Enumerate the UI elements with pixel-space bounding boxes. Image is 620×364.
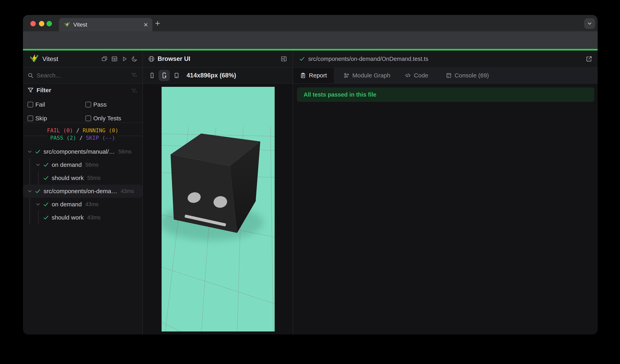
tree-test-row[interactable]: should work 43ms (23, 211, 142, 224)
tree-suite-row[interactable]: on demand 56ms (23, 158, 142, 171)
report-tabs: Report Module Graph Code (293, 68, 598, 84)
tab-code[interactable]: Code (405, 68, 428, 83)
pass-check-icon (35, 188, 41, 194)
file-header: src/components/on-demand/OnDemand.test.t… (293, 50, 598, 68)
device-toolbar: 414x896px (68%) (143, 68, 293, 84)
fail-checkbox[interactable] (28, 102, 33, 107)
browser-tab[interactable]: Vitest (59, 18, 152, 31)
chevron-down-icon[interactable] (35, 162, 41, 168)
filter-title: Filter (37, 87, 51, 94)
tab-module-graph-label: Module Graph (352, 72, 390, 79)
test-duration: 43ms (85, 201, 98, 207)
filter-section: Filter Fail Pass Skip Only Tests (23, 84, 142, 123)
pass-check-icon (35, 149, 41, 155)
fail-checkbox-label[interactable]: Fail (35, 102, 45, 107)
tree-test-row[interactable]: should work 55ms (23, 171, 142, 185)
tab-search-chevron-button[interactable] (584, 18, 595, 29)
pass-checkbox[interactable] (85, 102, 91, 107)
report-clipboard-icon (300, 73, 306, 78)
test-case-label[interactable]: should work (52, 175, 84, 181)
pass-check-icon (43, 201, 49, 207)
skip-checkbox-label[interactable]: Skip (35, 116, 47, 121)
test-tree: src/components/manual/… 56ms on demand 5… (23, 145, 142, 224)
tab-console[interactable]: Console (69) (446, 68, 489, 83)
vitest-favicon-icon (64, 22, 70, 28)
pass-check-icon (43, 162, 49, 168)
tree-file-row-selected[interactable]: src/components/on-dema… 43ms (23, 185, 142, 198)
tab-report-label: Report (309, 72, 327, 79)
dashboard-icon[interactable] (111, 56, 118, 62)
test-duration: 43ms (87, 215, 100, 221)
tablet-icon[interactable] (171, 70, 182, 81)
tests-passed-banner: All tests passed in this file (297, 87, 594, 102)
globe-icon (148, 56, 155, 62)
phone-icon[interactable] (146, 70, 158, 81)
test-file-label[interactable]: src/components/manual/… (44, 148, 115, 155)
filter-funnel-icon (27, 87, 34, 93)
tester-viewport[interactable] (162, 87, 275, 332)
phone-plus-icon[interactable] (159, 70, 170, 81)
search-input[interactable] (37, 72, 131, 79)
sidebar-header: Vitest (23, 50, 142, 68)
chevron-down-icon[interactable] (35, 201, 41, 207)
test-suite-label[interactable]: on demand (52, 201, 82, 208)
zoom-window-button[interactable] (46, 21, 52, 26)
minimize-window-button[interactable] (39, 21, 44, 26)
browser-ui-title: Browser UI (158, 55, 190, 62)
vitest-logo-icon (30, 54, 39, 63)
run-all-icon[interactable] (121, 56, 128, 62)
summary-line-pass-skip: PASS (2) / SKIP (--) (47, 134, 118, 141)
summary-line-fail-running: FAIL (0) / RUNNING (0) (44, 127, 121, 134)
pass-check-icon (299, 56, 305, 62)
pass-check-icon (43, 215, 49, 220)
code-icon (405, 72, 411, 79)
tab-report[interactable]: Report (293, 68, 334, 83)
tree-suite-row[interactable]: on demand 43ms (23, 198, 142, 211)
dock-right-icon[interactable] (281, 56, 287, 62)
skip-checkbox[interactable] (28, 116, 33, 121)
test-summary: FAIL (0) / RUNNING (0) PASS (2) / SKIP (… (23, 123, 142, 145)
tab-strip: Vitest (23, 15, 598, 31)
viewport-size-label: 414x896px (68%) (186, 72, 236, 79)
tab-code-label: Code (414, 72, 428, 79)
windows-icon[interactable] (101, 56, 108, 62)
open-external-icon[interactable] (586, 56, 592, 62)
pass-check-icon (43, 175, 49, 181)
sidebar: Vitest (23, 50, 143, 335)
tree-file-row[interactable]: src/components/manual/… 56ms (23, 145, 142, 158)
threejs-scene (162, 87, 275, 332)
test-duration: 56ms (85, 162, 98, 168)
clear-filter-icon[interactable] (131, 72, 138, 79)
browser-ui-header: Browser UI (143, 50, 293, 68)
theme-moon-icon[interactable] (131, 56, 138, 62)
open-file-path: src/components/on-demand/OnDemand.test.t… (308, 56, 428, 62)
test-duration: 56ms (118, 149, 132, 155)
close-window-button[interactable] (30, 21, 36, 26)
test-duration: 55ms (87, 175, 100, 181)
tab-module-graph[interactable]: Module Graph (343, 68, 390, 83)
app-title: Vitest (42, 55, 58, 63)
only-tests-checkbox-label[interactable]: Only Tests (93, 116, 121, 121)
test-suite-label[interactable]: on demand (52, 161, 82, 168)
console-icon (446, 73, 452, 78)
test-case-label[interactable]: should work (52, 214, 84, 221)
test-file-label[interactable]: src/components/on-dema… (44, 188, 117, 195)
new-tab-button[interactable] (155, 20, 161, 26)
close-tab-icon[interactable] (143, 22, 148, 27)
tab-console-label: Console (69) (455, 72, 489, 79)
browser-ui-panel: Browser UI 414x896px (68%) (143, 50, 293, 335)
chevron-down-icon[interactable] (27, 188, 33, 194)
vitest-accent-bar (23, 49, 598, 50)
browser-window: Vitest localhost:5173/#/?file=1828625563 (23, 15, 598, 335)
only-tests-checkbox[interactable] (85, 116, 91, 121)
chevron-down-icon[interactable] (27, 149, 33, 155)
browser-toolbar: localhost:5173/#/?file=1828625563 (23, 31, 598, 49)
tests-passed-text: All tests passed in this file (304, 91, 376, 98)
pass-checkbox-label[interactable]: Pass (93, 102, 107, 107)
clear-filter-icon[interactable] (131, 88, 138, 94)
report-panel: src/components/on-demand/OnDemand.test.t… (293, 50, 598, 335)
tab-title: Vitest (73, 22, 87, 28)
search-icon (27, 72, 34, 79)
search-row (23, 68, 142, 84)
module-graph-icon (343, 73, 350, 78)
